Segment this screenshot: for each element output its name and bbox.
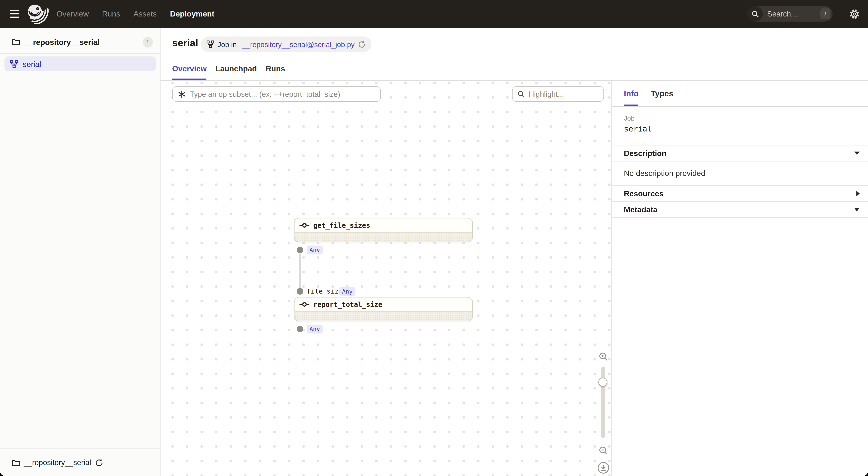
left-sidebar: __repository__serial 1 serial __reposito… (0, 28, 160, 476)
main-area: serial Job in __repository__serial@seria… (160, 28, 868, 476)
nav-item-assets[interactable]: Assets (133, 9, 157, 18)
section-resources[interactable]: Resources (612, 185, 868, 201)
page-title: serial (172, 38, 198, 49)
menu-icon[interactable] (10, 8, 22, 20)
tab-launchpad[interactable]: Launchpad (215, 64, 257, 80)
settings-gear-icon[interactable] (848, 8, 860, 20)
job-tabs: Overview Launchpad Runs (172, 64, 285, 80)
op-node-label: get_file_sizes (313, 221, 370, 230)
repo-group-row[interactable]: __repository__serial 1 (0, 31, 160, 54)
dagster-logo-icon[interactable] (27, 4, 49, 24)
input-port (297, 288, 303, 295)
op-selector-icon (178, 90, 186, 98)
section-label: Resources (624, 189, 663, 198)
job-graph-icon (207, 40, 214, 48)
highlight-input-wrap (512, 87, 604, 102)
op-node-header: report_total_size (294, 298, 472, 311)
op-node-body (294, 232, 472, 242)
tab-info[interactable]: Info (624, 81, 639, 106)
info-side-panel: Info Types Job serial Description No des… (611, 81, 868, 476)
repo-group-name: __repository__serial (24, 38, 100, 46)
page-header: serial Job in __repository__serial@seria… (160, 28, 868, 81)
op-node-label: report_total_size (313, 300, 382, 309)
job-graph-icon (10, 60, 18, 68)
sidebar-item-serial[interactable]: serial (4, 56, 156, 71)
output-type-badge[interactable]: Any (307, 325, 323, 333)
tab-overview[interactable]: Overview (172, 64, 207, 80)
op-subset-input[interactable] (190, 90, 375, 98)
highlight-input[interactable] (529, 90, 598, 98)
job-overview-content: get_file_sizes Any file_sizes Any (160, 81, 868, 476)
zoom-in-icon[interactable] (599, 352, 608, 361)
search-icon (518, 91, 525, 98)
output-port (297, 326, 303, 332)
recenter-view-icon[interactable] (597, 462, 609, 474)
nav-item-runs[interactable]: Runs (102, 9, 120, 18)
search-input[interactable] (763, 10, 820, 18)
section-metadata[interactable]: Metadata (612, 201, 868, 217)
tab-types[interactable]: Types (651, 81, 673, 106)
op-node-body (294, 311, 472, 321)
job-info-block: Job serial (612, 107, 868, 133)
reload-repo-icon[interactable] (95, 459, 103, 467)
folder-icon (12, 459, 20, 467)
op-node-report-total-size[interactable]: report_total_size (294, 297, 473, 321)
primary-nav: Overview Runs Assets Deployment (56, 0, 214, 28)
edge-connector (299, 253, 301, 288)
zoom-slider-thumb[interactable] (598, 378, 607, 386)
section-label: Metadata (624, 205, 657, 214)
output-type-badge[interactable]: Any (307, 245, 323, 254)
job-breadcrumb-pill: Job in __repository__serial@serial_job.p… (201, 36, 371, 52)
job-label: Job (624, 114, 856, 122)
op-subset-input-wrap (172, 87, 381, 102)
reload-job-icon[interactable] (358, 41, 365, 48)
top-navbar: Overview Runs Assets Deployment / (0, 0, 868, 28)
zoom-slider-track[interactable] (601, 367, 605, 438)
op-graph-canvas[interactable]: get_file_sizes Any file_sizes Any (160, 81, 611, 476)
footer-repo-name: __repository__serial (24, 458, 91, 467)
section-description[interactable]: Description (612, 145, 868, 161)
nav-item-overview[interactable]: Overview (56, 9, 89, 18)
job-pill-prefix: Job in (218, 40, 239, 48)
op-icon (300, 302, 309, 307)
repo-count-badge: 1 (143, 37, 153, 47)
caret-down-icon (854, 208, 860, 211)
job-name-value: serial (624, 125, 856, 133)
sidebar-footer: __repository__serial (0, 449, 160, 476)
search-shortcut-badge: / (820, 8, 830, 20)
section-divider (612, 217, 868, 218)
info-sections: Description No description provided Reso… (612, 145, 868, 218)
input-type-badge[interactable]: Any (339, 287, 355, 296)
tab-runs[interactable]: Runs (266, 64, 285, 80)
op-icon (300, 223, 309, 228)
folder-icon (12, 38, 20, 46)
op-node-header: get_file_sizes (294, 218, 472, 232)
description-content: No description provided (612, 161, 868, 185)
zoom-out-icon[interactable] (599, 446, 608, 455)
job-file-link[interactable]: __repository__serial@serial_job.py (242, 40, 354, 48)
app-window: Overview Runs Assets Deployment / (0, 0, 868, 476)
output-port (297, 247, 303, 253)
search-icon (747, 6, 763, 22)
global-search[interactable]: / (747, 6, 833, 22)
sidebar-item-label: serial (23, 60, 41, 68)
caret-right-icon (856, 191, 860, 196)
caret-down-icon (854, 151, 860, 155)
info-panel-tabs: Info Types (612, 81, 868, 107)
op-node-get-file-sizes[interactable]: get_file_sizes (294, 218, 473, 242)
section-label: Description (624, 149, 666, 158)
nav-item-deployment[interactable]: Deployment (170, 9, 214, 18)
